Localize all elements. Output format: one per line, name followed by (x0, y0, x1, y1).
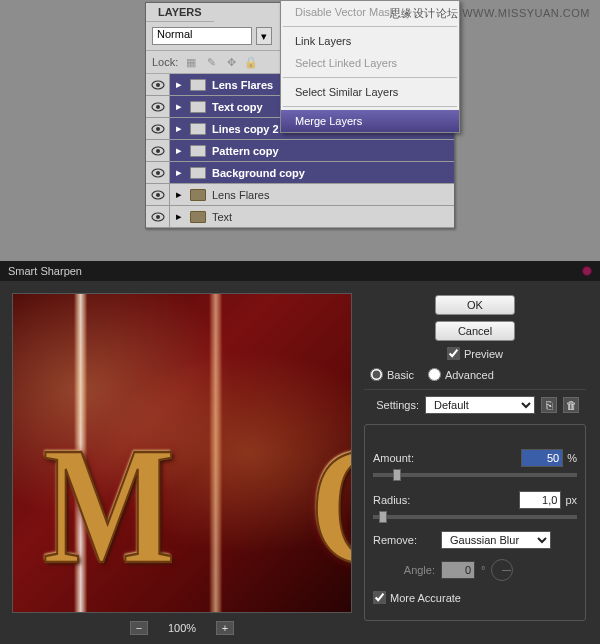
ok-button[interactable]: OK (435, 295, 515, 315)
expand-toggle[interactable]: ▸ (170, 100, 188, 113)
preview-checkbox[interactable] (447, 347, 460, 360)
preview-pane: M C − 100% + (12, 293, 352, 635)
sharpen-params-section: Amount: % Radius: px Remove: Gaussian (364, 424, 586, 621)
layer-name[interactable]: Lens Flares (208, 189, 269, 201)
preview-label: Preview (464, 348, 503, 360)
lock-transparency-icon[interactable]: ▦ (184, 55, 198, 69)
delete-preset-icon[interactable]: 🗑 (563, 397, 579, 413)
save-preset-icon[interactable]: ⎘ (541, 397, 557, 413)
svg-point-1 (156, 83, 160, 87)
folder-icon (188, 211, 208, 223)
zoom-out-button[interactable]: − (130, 621, 148, 635)
more-accurate-checkbox[interactable] (373, 591, 386, 604)
lock-brush-icon[interactable]: ✎ (204, 55, 218, 69)
layers-tab[interactable]: LAYERS (146, 3, 214, 22)
cancel-button[interactable]: Cancel (435, 321, 515, 341)
radius-input[interactable] (519, 491, 561, 509)
layer-row[interactable]: ▸ Background copy (146, 162, 454, 184)
settings-preset-row: Settings: Default ⎘ 🗑 (364, 396, 586, 414)
folder-icon (188, 79, 208, 91)
radius-unit: px (565, 494, 577, 506)
layer-name[interactable]: Text (208, 211, 232, 223)
angle-label: Angle: (373, 564, 435, 576)
menu-merge-layers[interactable]: Merge Layers (281, 110, 459, 132)
amount-input[interactable] (521, 449, 563, 467)
dialog-titlebar[interactable]: Smart Sharpen (0, 261, 600, 281)
svg-point-11 (156, 193, 160, 197)
svg-point-7 (156, 149, 160, 153)
visibility-toggle[interactable] (146, 162, 170, 183)
layer-name[interactable]: Text copy (208, 101, 263, 113)
folder-icon (188, 123, 208, 135)
preview-art-letter: M (43, 408, 175, 601)
expand-toggle[interactable]: ▸ (170, 78, 188, 91)
settings-select[interactable]: Default (425, 396, 535, 414)
visibility-toggle[interactable] (146, 118, 170, 139)
remove-select[interactable]: Gaussian Blur (441, 531, 551, 549)
close-icon[interactable] (582, 266, 592, 276)
zoom-controls: − 100% + (12, 621, 352, 635)
expand-toggle[interactable]: ▸ (170, 122, 188, 135)
zoom-level: 100% (168, 622, 196, 634)
menu-separator (283, 106, 457, 107)
expand-toggle[interactable]: ▸ (170, 188, 188, 201)
radius-slider[interactable] (373, 515, 577, 519)
preview-art-letter: C (310, 408, 352, 601)
layer-name[interactable]: Background copy (208, 167, 305, 179)
menu-select-linked-layers[interactable]: Select Linked Layers (281, 52, 459, 74)
watermark-text: 思缘设计论坛 WWW.MISSYUAN.COM (390, 6, 590, 21)
expand-toggle[interactable]: ▸ (170, 144, 188, 157)
visibility-toggle[interactable] (146, 206, 170, 227)
lock-label: Lock: (152, 56, 178, 68)
menu-select-similar-layers[interactable]: Select Similar Layers (281, 81, 459, 103)
smart-sharpen-dialog: Smart Sharpen M C − 100% + OK Cancel Pre… (0, 261, 600, 644)
preview-image[interactable]: M C (12, 293, 352, 613)
amount-slider[interactable] (373, 473, 577, 477)
menu-link-layers[interactable]: Link Layers (281, 30, 459, 52)
advanced-radio[interactable] (428, 368, 441, 381)
layer-name[interactable]: Pattern copy (208, 145, 279, 157)
dialog-title: Smart Sharpen (8, 265, 82, 277)
remove-label: Remove: (373, 534, 435, 546)
svg-point-3 (156, 105, 160, 109)
visibility-toggle[interactable] (146, 74, 170, 95)
layer-row[interactable]: ▸ Lens Flares (146, 184, 454, 206)
menu-separator (283, 77, 457, 78)
visibility-toggle[interactable] (146, 96, 170, 117)
folder-icon (188, 189, 208, 201)
basic-radio[interactable] (370, 368, 383, 381)
settings-pane: OK Cancel Preview Basic Advanced Setting… (362, 293, 588, 635)
more-accurate-label: More Accurate (390, 592, 461, 604)
svg-point-13 (156, 215, 160, 219)
expand-toggle[interactable]: ▸ (170, 166, 188, 179)
lock-move-icon[interactable]: ✥ (224, 55, 238, 69)
advanced-label: Advanced (445, 369, 494, 381)
layer-name[interactable]: Lens Flares (208, 79, 273, 91)
zoom-in-button[interactable]: + (216, 621, 234, 635)
amount-label: Amount: (373, 452, 435, 464)
folder-icon (188, 145, 208, 157)
visibility-toggle[interactable] (146, 184, 170, 205)
layer-row[interactable]: ▸ Text (146, 206, 454, 228)
angle-input (441, 561, 475, 579)
angle-dial (491, 559, 513, 581)
layer-row[interactable]: ▸ Pattern copy (146, 140, 454, 162)
visibility-toggle[interactable] (146, 140, 170, 161)
menu-separator (283, 26, 457, 27)
blend-mode-select[interactable]: Normal (152, 27, 252, 45)
amount-unit: % (567, 452, 577, 464)
folder-icon (188, 167, 208, 179)
svg-point-5 (156, 127, 160, 131)
folder-icon (188, 101, 208, 113)
mode-radio-row: Basic Advanced (370, 368, 586, 381)
basic-label: Basic (387, 369, 414, 381)
settings-label: Settings: (364, 399, 419, 411)
blend-mode-dropdown-arrow[interactable]: ▾ (256, 27, 272, 45)
layer-name[interactable]: Lines copy 2 (208, 123, 279, 135)
svg-point-9 (156, 171, 160, 175)
expand-toggle[interactable]: ▸ (170, 210, 188, 223)
lock-all-icon[interactable]: 🔒 (244, 55, 258, 69)
angle-unit: ° (481, 564, 485, 576)
radius-label: Radius: (373, 494, 435, 506)
